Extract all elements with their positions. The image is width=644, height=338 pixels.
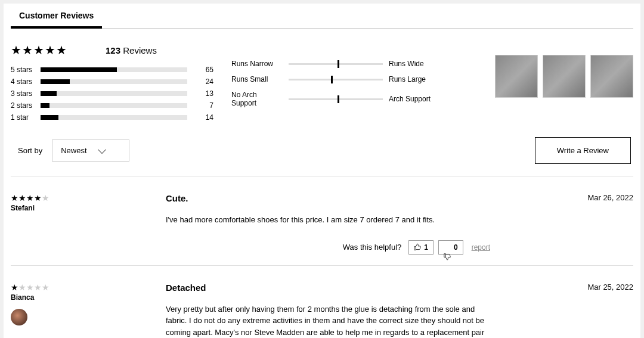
review-star-rating: ★★★★★ [11,283,166,292]
reviewer-column: ★★★★★Bianca [11,283,166,339]
photo-thumbnail[interactable] [495,55,538,98]
histogram-bar [41,67,187,72]
histogram-label: 5 stars [11,66,41,74]
review-count: 123 Reviews [106,45,157,55]
histogram-row[interactable]: 5 stars65 [11,66,213,74]
fit-row: Runs NarrowRuns Wide [231,60,440,68]
downvote-button[interactable]: 0 [438,240,463,255]
review-title: Cute. [166,193,490,203]
helpful-row: Was this helpful?10report [166,240,490,255]
avatar[interactable] [11,309,27,325]
fit-slider-track [289,79,383,80]
reviews-list: ★★★★★StefaniCute.I've had more comfortab… [11,176,633,338]
fit-right-label: Runs Wide [389,60,440,68]
photo-thumbnail[interactable] [590,55,633,98]
histogram-bar [41,103,187,108]
rating-histogram: 5 stars654 stars243 stars132 stars71 sta… [11,66,213,122]
review-star-rating: ★★★★★ [11,193,166,203]
histogram-count: 7 [196,101,213,110]
fit-slider-marker [338,60,339,68]
review-body: Cute.I've had more comfortable shoes for… [166,193,490,255]
fit-slider-track [289,63,383,65]
review-text: I've had more comfortable shoes for this… [166,214,490,226]
histogram-label: 2 stars [11,101,41,110]
histogram-count: 14 [196,113,213,122]
write-review-button[interactable]: Write a Review [535,137,631,164]
histogram-row[interactable]: 1 star14 [11,113,213,122]
fit-row: No Arch SupportArch Support [231,91,440,107]
histogram-label: 1 star [11,113,41,122]
sort-label: Sort by [18,146,42,155]
fit-right-label: Arch Support [389,95,440,103]
histogram-bar [41,115,187,120]
fit-left-label: Runs Narrow [231,60,283,68]
upvote-button[interactable]: 1 [408,240,434,255]
histogram-row[interactable]: 4 stars24 [11,77,213,86]
ratings-column: ★★★★★ 123 Reviews 5 stars654 stars243 st… [11,43,213,125]
histogram-row[interactable]: 3 stars13 [11,89,213,98]
fit-row: Runs SmallRuns Large [231,75,440,83]
fit-left-label: Runs Small [231,75,283,83]
summary-section: ★★★★★ 123 Reviews 5 stars654 stars243 st… [11,29,633,134]
histogram-row[interactable]: 2 stars7 [11,101,213,110]
fit-slider-marker [331,76,333,83]
reviews-container: Customer Reviews ★★★★★ 123 Reviews 5 sta… [4,4,640,338]
review-body: DetachedVery pretty but after only havin… [166,283,490,339]
photo-thumbnail[interactable] [543,55,586,98]
sort-row: Sort by Newest Write a Review [11,134,633,176]
review-meta: Mar 25, 2022 [490,283,633,339]
tab-header: Customer Reviews [11,4,633,29]
sort-dropdown[interactable]: Newest [52,139,129,162]
overall-rating-stars: ★★★★★ [11,43,67,57]
fit-slider-track [289,98,383,100]
review-title: Detached [166,283,490,293]
histogram-count: 24 [196,77,213,86]
chevron-down-icon [98,145,106,153]
fit-right-label: Runs Large [389,75,440,83]
fit-slider-marker [338,95,339,103]
fit-left-label: No Arch Support [231,91,283,107]
report-link[interactable]: report [472,243,490,252]
review-photos [495,43,633,125]
fit-sliders-column: Runs NarrowRuns WideRuns SmallRuns Large… [231,43,440,125]
reviewer-name: Stefani [11,204,166,212]
histogram-bar [41,79,187,84]
review-meta: Mar 26, 2022 [490,193,633,255]
review-date: Mar 26, 2022 [490,193,633,202]
histogram-label: 3 stars [11,89,41,98]
review-date: Mar 25, 2022 [490,283,633,292]
review-text: Very pretty but after only having them f… [166,303,490,339]
reviewer-column: ★★★★★Stefani [11,193,166,255]
reviewer-name: Bianca [11,293,166,302]
review-item: ★★★★★BiancaDetachedVery pretty but after… [11,265,633,339]
helpful-label: Was this helpful? [343,243,402,252]
histogram-count: 65 [196,66,213,74]
tab-customer-reviews[interactable]: Customer Reviews [11,7,102,29]
histogram-bar [41,91,187,96]
sort-selected-value: Newest [61,146,86,155]
histogram-label: 4 stars [11,77,41,86]
histogram-count: 13 [196,89,213,98]
review-item: ★★★★★StefaniCute.I've had more comfortab… [11,176,633,265]
